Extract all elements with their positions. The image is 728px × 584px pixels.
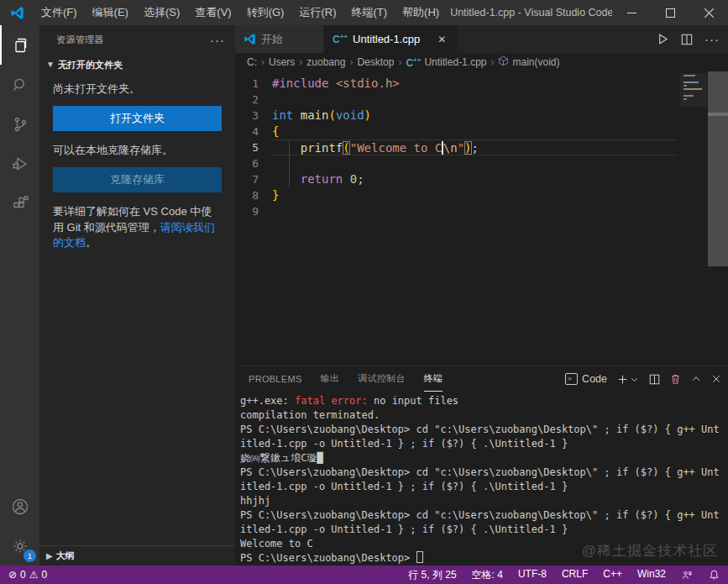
run-debug-icon[interactable]: [0, 144, 39, 183]
split-editor-icon[interactable]: [681, 34, 693, 45]
outline-section-header[interactable]: ▶ 大纲: [39, 545, 235, 566]
run-file-icon[interactable]: [657, 33, 669, 45]
title-bar: 文件(F)编辑(E)选择(S)查看(V)转到(G)运行(R)终端(T)帮助(H)…: [0, 0, 728, 25]
close-panel-icon[interactable]: [711, 374, 721, 384]
code-line: 9: [235, 203, 728, 219]
code-line: 3int main(void): [235, 108, 728, 124]
explorer-icon[interactable]: [0, 25, 39, 65]
code-token: [272, 141, 301, 155]
terminal-text: Welcome to C: [240, 538, 313, 550]
breadcrumb-label: zuobang: [306, 56, 345, 68]
panel-tab[interactable]: 输出: [321, 366, 340, 392]
panel-tab[interactable]: 调试控制台: [358, 366, 406, 392]
no-folder-text: 尚未打开文件夹。: [53, 82, 222, 97]
editor-scrollbar[interactable]: [708, 71, 728, 366]
account-icon[interactable]: [0, 487, 39, 526]
code-line: 6: [235, 155, 728, 171]
editor-tabs: 开始C++Untitled-1.cpp✕: [235, 25, 458, 53]
editor-tab[interactable]: C++Untitled-1.cpp✕: [324, 25, 457, 53]
clone-repo-button[interactable]: 克隆存储库: [53, 167, 222, 192]
menu-item[interactable]: 运行(R): [291, 0, 343, 25]
menu-item[interactable]: 文件(F): [34, 0, 85, 25]
panel-tab[interactable]: 终端: [424, 366, 443, 392]
code-token: main: [301, 108, 329, 122]
menu-item[interactable]: 终端(T): [343, 0, 395, 25]
shell-picker[interactable]: > Code: [565, 373, 607, 385]
feedback-icon[interactable]: [681, 570, 694, 581]
settings-gear-icon[interactable]: 1: [0, 526, 39, 566]
terminal-text: hhjhj: [240, 495, 270, 507]
status-item[interactable]: UTF-8: [518, 568, 547, 582]
breadcrumb-item[interactable]: C:: [247, 56, 257, 68]
status-item[interactable]: C++: [603, 568, 622, 582]
notifications-bell-icon[interactable]: [709, 569, 720, 581]
menu-item[interactable]: 选择(S): [136, 0, 187, 25]
kill-terminal-trash-icon[interactable]: [670, 373, 681, 385]
clone-text: 可以在本地克隆存储库。: [53, 143, 222, 159]
status-item[interactable]: Win32: [637, 568, 666, 582]
breadcrumb-separator-icon: ›: [349, 56, 353, 68]
terminal-output[interactable]: g++.exe: fatal error: no input filescomp…: [235, 392, 728, 566]
terminal-dropdown-icon[interactable]: [630, 375, 639, 384]
terminal-text: g++.exe:: [240, 395, 295, 407]
breadcrumb-item[interactable]: Users: [269, 56, 295, 68]
terminal-text: fatal error:: [295, 395, 374, 407]
terminal-text: itled-1.cpp -o Untitled-1 } ; if ($?) { …: [240, 481, 568, 492]
code-editor[interactable]: 1#include <stdio.h>23int main(void)4{5 p…: [235, 71, 728, 366]
minimap[interactable]: [682, 73, 707, 102]
panel-tab[interactable]: PROBLEMS: [249, 366, 302, 392]
terminal-text: PS C:\Users\zuobang\Desktop> cd "c:\User…: [240, 509, 720, 521]
error-count: 0: [20, 569, 26, 581]
breadcrumb-item[interactable]: main(void): [498, 55, 559, 69]
code-line: 7 return 0;: [235, 171, 728, 187]
new-terminal-icon[interactable]: [617, 374, 628, 385]
breadcrumb-label: Untitled-1.cpp: [424, 56, 486, 68]
no-folder-section-header[interactable]: ▼ 无打开的文件夹: [39, 55, 235, 75]
close-icon[interactable]: [689, 0, 728, 25]
terminal-text: itled-1.cpp -o Untitled-1 } ; if ($?) { …: [240, 438, 568, 450]
code-text: printf("Welcome to C\n");: [272, 139, 678, 155]
code-token: [328, 76, 335, 90]
split-terminal-icon[interactable]: [649, 374, 660, 385]
chevron-right-icon: ▶: [46, 551, 53, 560]
status-item[interactable]: CRLF: [562, 568, 588, 582]
breadcrumb-item[interactable]: Desktop: [357, 56, 394, 68]
code-token: "Welcome to C: [350, 141, 443, 155]
code-text: [272, 155, 678, 171]
menu-item[interactable]: 转到(G): [239, 0, 292, 25]
editor-more-actions-icon[interactable]: ···: [704, 32, 720, 46]
problems-status[interactable]: ⊘ 0 ⚠ 0: [8, 569, 47, 581]
search-icon[interactable]: [0, 65, 39, 104]
menu-item[interactable]: 查看(V): [187, 0, 238, 25]
tab-close-icon[interactable]: ✕: [435, 33, 448, 46]
code-token: int: [272, 108, 293, 122]
status-bar: ⊘ 0 ⚠ 0 行 5, 列 25空格: 4UTF-8CRLFC++Win32: [0, 566, 728, 584]
minimize-icon[interactable]: [612, 0, 651, 25]
sidebar-more-actions-icon[interactable]: ···: [210, 33, 225, 47]
code-line: 5 printf("Welcome to C\n");: [235, 139, 728, 155]
code-line: 4{: [235, 124, 728, 139]
terminal-line: itled-1.cpp -o Untitled-1 } ; if ($?) { …: [240, 437, 728, 451]
line-number: 4: [235, 124, 272, 139]
open-folder-button[interactable]: 打开文件夹: [53, 106, 222, 131]
breadcrumb-item[interactable]: zuobang: [306, 56, 345, 68]
status-item[interactable]: 空格: 4: [472, 568, 503, 582]
source-control-icon[interactable]: [0, 104, 39, 144]
code-text: return 0;: [272, 171, 678, 187]
status-item[interactable]: 行 5, 列 25: [408, 568, 456, 582]
menu-item[interactable]: 编辑(E): [85, 0, 136, 25]
maximize-icon[interactable]: [651, 0, 689, 25]
code-line: 8}: [235, 187, 728, 203]
code-line: 1#include <stdio.h>: [235, 76, 728, 92]
terminal-line: PS C:\Users\zuobang\Desktop> cd "c:\User…: [240, 508, 728, 523]
indent-guide: [289, 139, 290, 187]
breadcrumb-separator-icon: ›: [398, 56, 401, 68]
activity-bar: 1: [0, 25, 39, 566]
breadcrumb-item[interactable]: C++Untitled-1.cpp: [406, 56, 486, 69]
extensions-icon[interactable]: [0, 183, 39, 223]
maximize-panel-icon[interactable]: [691, 374, 701, 384]
settings-badge: 1: [24, 550, 36, 562]
line-number: 6: [235, 155, 272, 171]
editor-tab[interactable]: 开始: [235, 25, 323, 53]
menu-item[interactable]: 帮助(H): [395, 0, 447, 25]
